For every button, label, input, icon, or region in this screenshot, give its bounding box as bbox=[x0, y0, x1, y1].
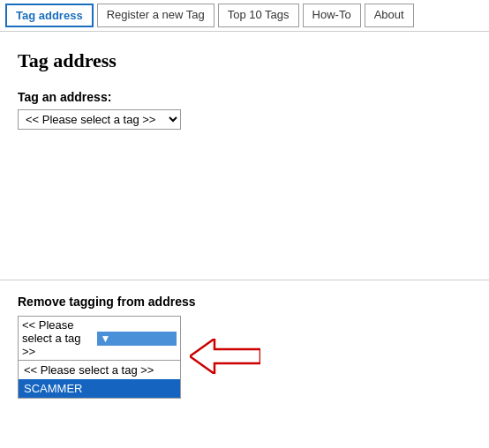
section-divider bbox=[0, 280, 489, 280]
red-arrow-icon bbox=[190, 339, 260, 374]
nav-tag-address[interactable]: Tag address bbox=[5, 4, 94, 27]
tag-address-select[interactable]: << Please select a tag >> bbox=[18, 109, 181, 130]
remove-section: Remove tagging from address << Please se… bbox=[0, 295, 489, 378]
dropdown-option-scammer[interactable]: SCAMMER bbox=[19, 379, 180, 398]
remove-tag-dropdown-list: << Please select a tag >> SCAMMER bbox=[18, 361, 181, 399]
svg-marker-0 bbox=[190, 339, 260, 374]
main-content: Tag address Tag an address: << Please se… bbox=[0, 32, 489, 262]
navigation-bar: Tag address Register a new Tag Top 10 Ta… bbox=[0, 0, 489, 32]
arrow-pointer bbox=[190, 339, 260, 374]
spacer bbox=[18, 130, 471, 253]
remove-dropdown-container: << Please select a tag >> ▼ << Please se… bbox=[18, 316, 181, 361]
tag-section-label: Tag an address: bbox=[18, 90, 471, 104]
nav-howto[interactable]: How-To bbox=[303, 4, 361, 27]
remove-tag-select-display[interactable]: << Please select a tag >> ▼ bbox=[18, 316, 181, 361]
nav-about[interactable]: About bbox=[365, 4, 414, 27]
page-title: Tag address bbox=[18, 49, 471, 72]
nav-register-tag[interactable]: Register a new Tag bbox=[97, 4, 214, 27]
remove-tag-select-value: << Please select a tag >> bbox=[22, 318, 95, 358]
dropdown-option-default[interactable]: << Please select a tag >> bbox=[19, 361, 180, 379]
nav-top10-tags[interactable]: Top 10 Tags bbox=[218, 4, 299, 27]
remove-section-title: Remove tagging from address bbox=[18, 295, 471, 309]
tag-section: Tag an address: << Please select a tag >… bbox=[18, 90, 471, 130]
dropdown-arrow-icon: ▼ bbox=[97, 332, 177, 346]
